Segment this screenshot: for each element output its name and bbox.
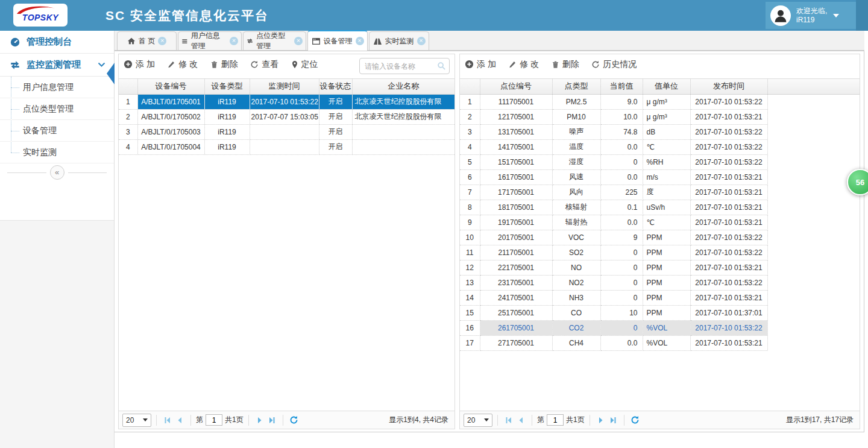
- table-cell: 201705001: [480, 230, 552, 245]
- edit-button[interactable]: 修 改: [508, 59, 539, 70]
- delete-button[interactable]: 删除: [210, 59, 238, 70]
- table-cell: 171705001: [480, 185, 552, 200]
- add-button[interactable]: 添 加: [124, 59, 155, 70]
- tab-point-type[interactable]: 点位类型管理: [243, 31, 306, 50]
- table-row[interactable]: 17271705001CH40.0%VOL2017-07-10 01:53:21: [460, 335, 860, 350]
- search-icon[interactable]: [437, 62, 446, 71]
- next-page-button[interactable]: [254, 414, 266, 427]
- table-row[interactable]: 2A/BJLT/0/1705002iR1192017-07-07 15:03:0…: [119, 109, 454, 124]
- sidebar-collapse-row: «: [0, 163, 114, 181]
- table-row[interactable]: 14241705001NH30PPM2017-07-10 01:53:21: [460, 290, 860, 305]
- point-toolbar: 添 加 修 改 删除 历史情况: [460, 54, 860, 78]
- table-cell: 191705001: [480, 215, 552, 230]
- prev-page-button[interactable]: [515, 414, 527, 427]
- row-number: 13: [460, 275, 480, 290]
- last-page-button[interactable]: [607, 414, 619, 427]
- sidebar-item-realtime[interactable]: 实时监测: [0, 142, 114, 163]
- device-table: 设备编号 设备类型 监测时间 设备状态 企业名称 1A/BJLT/0/17050…: [119, 79, 454, 155]
- record-summary: 显示1到4, 共4记录: [389, 415, 451, 425]
- table-row[interactable]: 12221705001NO0PPM2017-07-10 01:53:21: [460, 260, 860, 275]
- table-cell: m/s: [643, 169, 690, 185]
- table-cell: 噪声: [552, 124, 600, 139]
- row-number: 9: [460, 215, 480, 230]
- sidebar-item-monitor-mgmt[interactable]: 监控监测管理: [0, 54, 114, 77]
- page-size-select[interactable]: 20: [464, 414, 492, 427]
- page-number-input[interactable]: [547, 414, 564, 426]
- page-size-select[interactable]: 20: [122, 414, 151, 427]
- chevron-down-icon: [98, 62, 105, 68]
- logo-swoosh-icon: [16, 5, 65, 15]
- table-cell: [250, 124, 319, 139]
- table-row[interactable]: 1111705001PM2.59.0μ g/m³2017-07-10 01:53…: [460, 94, 860, 109]
- table-row[interactable]: 4A/BJLT/0/1705004iR119开启: [119, 139, 454, 154]
- prev-page-button[interactable]: [174, 414, 186, 427]
- caret-down-icon: [484, 418, 489, 421]
- row-number: 6: [460, 169, 480, 185]
- user-menu[interactable]: 欢迎光临, iR119: [766, 2, 856, 29]
- next-page-button[interactable]: [595, 414, 607, 427]
- view-button[interactable]: 查看: [250, 59, 278, 70]
- table-cell: iR119: [204, 139, 250, 154]
- add-button[interactable]: 添 加: [465, 59, 496, 70]
- locate-button[interactable]: 定位: [291, 59, 318, 70]
- first-page-button[interactable]: [503, 414, 515, 427]
- search-input[interactable]: [359, 58, 450, 74]
- table-cell: uSv/h: [643, 200, 690, 215]
- row-number: 12: [460, 260, 480, 275]
- row-number: 3: [119, 124, 137, 139]
- table-row[interactable]: 8181705001核辐射0.1uSv/h2017-07-10 01:53:21: [460, 200, 860, 215]
- table-row[interactable]: 5151705001湿度0%RH2017-07-10 01:53:22: [460, 154, 860, 169]
- edit-button[interactable]: 修 改: [167, 59, 198, 70]
- table-row[interactable]: 15251705001CO10PPM2017-07-10 01:37:01: [460, 305, 860, 320]
- sidebar-item-user-info[interactable]: 用户信息管理: [0, 77, 114, 98]
- table-row[interactable]: 11211705001SO20PPM2017-07-10 01:53:22: [460, 245, 860, 260]
- record-summary: 显示1到17, 共17记录: [786, 415, 856, 425]
- filler-cell: [767, 320, 860, 335]
- table-row[interactable]: 13231705001NO20PPM2017-07-10 01:53:22: [460, 275, 860, 290]
- close-icon[interactable]: [294, 37, 303, 45]
- refresh-button[interactable]: [288, 414, 300, 427]
- table-row[interactable]: 4141705001温度0.0℃2017-07-10 01:53:22: [460, 139, 860, 154]
- table-row[interactable]: 3131705001噪声74.8dB2017-07-10 01:53:22: [460, 124, 860, 139]
- table-cell: 74.8: [600, 124, 643, 139]
- row-number: 2: [119, 109, 137, 124]
- main-area: 首 页 用户信息管理 点位类型管理 设备管理 实时监测: [115, 31, 868, 448]
- close-icon[interactable]: [230, 37, 238, 45]
- table-cell: 核辐射: [552, 200, 600, 215]
- close-icon[interactable]: [417, 37, 426, 45]
- sidebar-item-console[interactable]: 管理控制台: [0, 31, 114, 54]
- sidebar-item-point-type[interactable]: 点位类型管理: [0, 98, 114, 120]
- table-row[interactable]: 10201705001VOC9PPM2017-07-10 01:53:22: [460, 230, 860, 245]
- table-cell: 10.0: [600, 109, 643, 124]
- delete-button[interactable]: 删除: [552, 59, 579, 70]
- point-panel: 添 加 修 改 删除 历史情况 点位编号 点类型: [459, 54, 860, 429]
- table-cell: 0.0: [600, 215, 643, 230]
- first-page-button[interactable]: [162, 414, 174, 427]
- table-row[interactable]: 9191705001辐射热0.0℃2017-07-10 01:53:21: [460, 215, 860, 230]
- table-row[interactable]: 16261705001CO20%VOL2017-07-10 01:53:22: [460, 320, 860, 335]
- table-cell: 141705001: [480, 139, 552, 154]
- table-cell: 9.0: [600, 94, 643, 109]
- refresh-button[interactable]: [629, 414, 641, 427]
- tab-home[interactable]: 首 页: [117, 31, 177, 50]
- page-number-input[interactable]: [206, 414, 222, 426]
- table-cell: 9: [600, 230, 643, 245]
- close-icon[interactable]: [356, 37, 364, 45]
- table-row[interactable]: 7171705001风向225度2017-07-10 01:53:21: [460, 185, 860, 200]
- table-cell: 0: [600, 260, 643, 275]
- history-button[interactable]: 历史情况: [591, 59, 637, 70]
- table-row[interactable]: 2121705001PM1010.0μ g/m³2017-07-10 01:53…: [460, 109, 860, 124]
- sidebar-item-device-mgmt[interactable]: 设备管理: [0, 120, 114, 142]
- tab-user-info[interactable]: 用户信息管理: [178, 31, 242, 50]
- collapse-sidebar-button[interactable]: «: [50, 165, 64, 180]
- table-row[interactable]: 3A/BJLT/0/1705003iR119开启: [119, 124, 454, 139]
- table-row[interactable]: 6161705001风速0.0m/s2017-07-10 01:53:21: [460, 169, 860, 185]
- table-cell: 0: [600, 245, 643, 260]
- dashboard-icon: [10, 37, 20, 48]
- last-page-button[interactable]: [266, 414, 278, 427]
- close-icon[interactable]: [158, 37, 166, 45]
- tab-device-mgmt[interactable]: 设备管理: [307, 30, 368, 51]
- tab-realtime[interactable]: 实时监测: [369, 31, 429, 50]
- table-row[interactable]: 1A/BJLT/0/1705001iR1192017-07-10 01:53:2…: [119, 94, 454, 109]
- filler-cell: [767, 305, 860, 320]
